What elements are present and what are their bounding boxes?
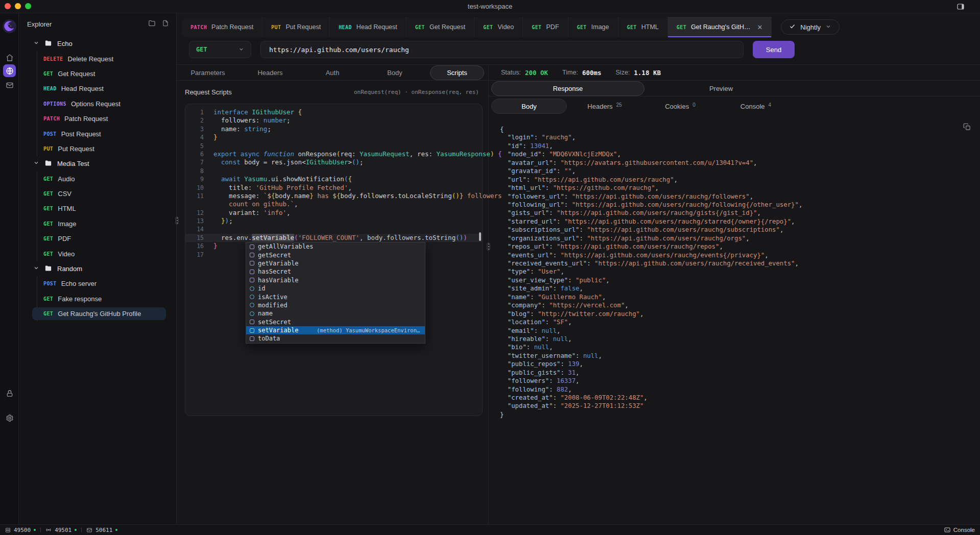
code-line[interactable]: 10 title: 'GitHub Profile Fetched', xyxy=(185,184,482,192)
environment-selector[interactable]: Nightly xyxy=(781,19,840,35)
tab-body[interactable]: Body xyxy=(491,99,567,114)
code-line[interactable]: 4} xyxy=(185,133,482,141)
suggestion-getallvariables[interactable]: getAllVariables xyxy=(246,242,425,251)
sidebar-item-patch-request[interactable]: PATCHPatch Request xyxy=(19,111,176,126)
code-line[interactable]: 7 const body = res.json<IGithubUser>(); xyxy=(185,158,482,166)
sidebar-resize-handle[interactable] xyxy=(175,216,179,225)
line-number: 9 xyxy=(185,175,204,183)
sub-tab-count: 0 xyxy=(692,102,696,108)
tab-pdf[interactable]: GETPDF xyxy=(523,17,568,37)
suggestion-name[interactable]: name xyxy=(246,309,425,318)
sidebar-item-html[interactable]: GETHTML xyxy=(19,201,176,216)
send-button[interactable]: Send xyxy=(753,41,795,58)
api-globe-icon[interactable] xyxy=(3,64,16,77)
separator xyxy=(40,527,41,532)
close-icon[interactable]: ✕ xyxy=(757,23,762,31)
folder-media-test[interactable]: Media Test xyxy=(19,156,176,171)
sidebar-item-get-request[interactable]: GETGet Request xyxy=(19,66,176,81)
json-line: } xyxy=(500,410,970,419)
suggestion-setsecret[interactable]: setSecret xyxy=(246,318,425,326)
code-line[interactable]: 11 message: `${body.name} has ${body.fol… xyxy=(185,192,482,200)
tab-html[interactable]: GETHTML xyxy=(618,17,668,37)
suggestion-hassecret[interactable]: hasSecret xyxy=(246,268,425,276)
tab-headers[interactable]: Headers xyxy=(239,65,301,80)
item-label: PDF xyxy=(58,235,71,242)
sidebar-item-options-request[interactable]: OPTIONSOptions Request xyxy=(19,96,176,111)
sidebar-item-post-request[interactable]: POSTPost Request xyxy=(19,126,176,141)
code-line[interactable]: 8 xyxy=(185,167,482,175)
method-icon xyxy=(250,245,254,249)
suggestion-getsecret[interactable]: getSecret xyxy=(246,251,425,259)
new-folder-icon[interactable] xyxy=(148,19,156,29)
tab-response[interactable]: Response xyxy=(491,81,644,96)
tab-label: Put Request xyxy=(285,23,321,31)
suggestion-todata[interactable]: toData xyxy=(246,334,425,343)
url-input[interactable]: https://api.github.com/users/rauchg xyxy=(260,41,744,58)
code-text: export async function onResponse(req: Ya… xyxy=(213,150,502,158)
item-label: Options Request xyxy=(71,100,121,108)
folder-random[interactable]: Random xyxy=(19,261,176,276)
sidebar-item-image[interactable]: GETImage xyxy=(19,216,176,231)
panel-toggle-icon[interactable] xyxy=(957,3,965,13)
settings-gear-icon[interactable] xyxy=(3,411,16,424)
tab-body[interactable]: Body xyxy=(364,65,426,80)
code-line[interactable]: 5 xyxy=(185,142,482,150)
sidebar-item-put-request[interactable]: PUTPut Request xyxy=(19,141,176,156)
sidebar-item-get-rauchg-s-github-profile[interactable]: GETGet Rauchg's GitHub Profile xyxy=(19,306,176,321)
console-toggle[interactable]: Console xyxy=(944,527,975,533)
new-request-icon[interactable] xyxy=(162,19,169,29)
suggestion-hasvariable[interactable]: hasVariable xyxy=(246,276,425,284)
tab-image[interactable]: GETImage xyxy=(568,17,618,37)
suggestion-isactive[interactable]: isActive xyxy=(246,293,425,301)
tab-parameters[interactable]: Parameters xyxy=(177,65,239,80)
code-line[interactable]: 2 followers: number; xyxy=(185,116,482,125)
sidebar-item-video[interactable]: GETVideo xyxy=(19,246,176,261)
tab-preview[interactable]: Preview xyxy=(644,81,798,96)
code-line[interactable]: 12 variant: 'info', xyxy=(185,209,482,217)
tab-scripts[interactable]: Scripts xyxy=(426,65,488,80)
tab-auth[interactable]: Auth xyxy=(301,65,364,80)
code-line[interactable]: 3 name: string; xyxy=(185,125,482,133)
code-line[interactable]: 6export async function onResponse(req: Y… xyxy=(185,150,482,158)
panel-resize-handle[interactable] xyxy=(487,242,490,251)
sidebar-item-audio[interactable]: GETAudio xyxy=(19,172,176,186)
home-icon[interactable] xyxy=(3,51,16,64)
copy-icon[interactable] xyxy=(963,123,971,132)
tab-headers[interactable]: Headers25 xyxy=(567,99,642,114)
lock-icon[interactable] xyxy=(3,387,16,400)
sidebar-item-delete-request[interactable]: DELETEDelete Request xyxy=(19,51,176,66)
code-line[interactable]: 14 xyxy=(185,225,482,233)
tab-patch-request[interactable]: PATCHPatch Request xyxy=(182,17,262,37)
tab-get-rauchg-s-gith[interactable]: GETGet Rauchg's GitH…✕ xyxy=(668,17,772,37)
code-line[interactable]: 15 res.env.setVariable('FOLLOWER_COUNT',… xyxy=(185,234,482,242)
code-line[interactable]: count on github.`, xyxy=(185,200,482,208)
mail-icon[interactable] xyxy=(3,79,16,91)
sidebar-item-fake-response[interactable]: GETFake response xyxy=(19,291,176,306)
code-line[interactable]: 13 }); xyxy=(185,217,482,225)
script-editor[interactable]: 1interface IGithubUser {2 followers: num… xyxy=(185,104,483,416)
tab-head-request[interactable]: HEADHead Request xyxy=(330,17,407,37)
tab-cookies[interactable]: Cookies0 xyxy=(642,99,718,114)
folder-echo[interactable]: Echo xyxy=(19,36,176,51)
code-line[interactable]: 9 await Yasumu.ui.showNotification({ xyxy=(185,175,482,183)
tab-console[interactable]: Console4 xyxy=(718,99,794,114)
sidebar-item-head-request[interactable]: HEADHead Request xyxy=(19,81,176,96)
terminal-icon xyxy=(944,527,950,533)
method-select[interactable]: GET xyxy=(189,41,251,58)
sidebar-item-csv[interactable]: GETCSV xyxy=(19,186,176,201)
sidebar-item-pdf[interactable]: GETPDF xyxy=(19,231,176,246)
tab-put-request[interactable]: PUTPut Request xyxy=(262,17,330,37)
sidebar-item-echo-server[interactable]: POSTEcho server xyxy=(19,276,176,291)
tab-video[interactable]: GETVideo xyxy=(474,17,523,37)
item-label: HTML xyxy=(58,205,76,212)
editor-scrollbar[interactable] xyxy=(479,232,481,241)
suggestion-modified[interactable]: modified xyxy=(246,301,425,309)
json-line: "site_admin": false, xyxy=(500,284,970,293)
suggestion-label: getSecret xyxy=(258,252,291,259)
suggestion-setvariable[interactable]: setVariable(method) YasumuWorkspaceEnvir… xyxy=(246,326,425,334)
script-hooks-hint: onRequest(req) · onResponse(req, res) xyxy=(354,89,479,95)
suggestion-id[interactable]: id xyxy=(246,284,425,293)
code-line[interactable]: 1interface IGithubUser { xyxy=(185,108,482,116)
suggestion-getvariable[interactable]: getVariable xyxy=(246,259,425,268)
tab-get-request[interactable]: GETGet Request xyxy=(407,17,474,37)
